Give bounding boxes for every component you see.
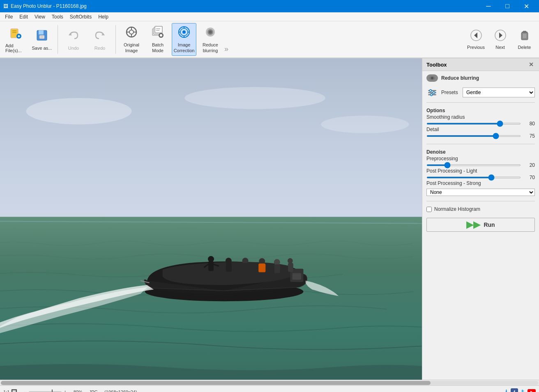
add-files-button[interactable]: Add File(s)... <box>3 23 28 56</box>
twitter-icon[interactable]: 𝕥 <box>521 389 524 392</box>
post-processing-strong-select[interactable]: None Low Medium High <box>426 189 535 196</box>
svg-rect-67 <box>288 263 293 272</box>
denoise-section: Denoise Preprocessing 20 Post Processing… <box>426 149 535 196</box>
normalize-histogram-row: Normalize Histogram <box>426 206 535 212</box>
menu-view[interactable]: View <box>31 13 48 21</box>
preprocessing-value: 20 <box>523 162 535 168</box>
previous-button[interactable]: Previous <box>465 23 487 56</box>
image-dimensions: (1968x1269x24) <box>104 390 137 392</box>
preprocessing-row: Preprocessing 20 <box>426 156 535 168</box>
svg-point-46 <box>26 98 132 124</box>
svg-rect-61 <box>243 263 249 272</box>
title-bar-left: 🖼 Easy Photo Unblur - P1160168.jpg <box>3 3 87 9</box>
title-bar-controls: ─ □ ✕ <box>479 0 536 12</box>
run-button[interactable]: ▶▶ Run <box>426 218 535 232</box>
zoom-in-button[interactable]: + <box>63 389 67 392</box>
smoothing-radius-row: Smoothing radius 80 <box>426 114 535 127</box>
reduce-blurring-button[interactable]: Reduce blurring <box>198 23 223 56</box>
app-icon: 🖼 <box>3 3 8 9</box>
file-format: JPG <box>89 390 98 392</box>
smoothing-radius-value: 80 <box>523 121 535 127</box>
save-as-label: Save as... <box>32 46 52 51</box>
toolbar: Add File(s)... Save as... Undo <box>0 21 539 58</box>
svg-rect-1 <box>12 30 16 31</box>
facebook-icon[interactable]: f <box>511 388 518 392</box>
image-area[interactable] <box>0 58 422 380</box>
menu-help[interactable]: Help <box>95 13 112 21</box>
undo-button[interactable]: Undo <box>61 23 86 56</box>
scroll-thumb[interactable] <box>1 381 431 385</box>
svg-rect-22 <box>156 30 159 31</box>
smoothing-radius-container: 80 <box>426 121 535 127</box>
post-processing-light-row: Post Processing - Light 70 <box>426 168 535 180</box>
original-image-button[interactable]: Original Image <box>119 23 144 56</box>
toolbox-close-button[interactable]: ✕ <box>527 61 535 68</box>
presets-select[interactable]: Gentle Strong Custom <box>463 88 535 97</box>
next-label: Next <box>495 45 505 50</box>
maximize-button[interactable]: □ <box>498 0 517 12</box>
save-as-button[interactable]: Save as... <box>30 23 54 56</box>
options-label: Options <box>426 108 535 113</box>
svg-rect-55 <box>208 261 214 271</box>
horizontal-scrollbar[interactable] <box>0 380 539 385</box>
svg-point-77 <box>431 94 433 96</box>
close-button[interactable]: ✕ <box>517 0 536 12</box>
svg-rect-21 <box>156 28 160 29</box>
normalize-histogram-checkbox[interactable] <box>426 207 432 212</box>
redo-button[interactable]: Redo <box>88 23 112 56</box>
zoom-fit-icon: 🔲 <box>11 389 17 392</box>
toolbox-header: Toolbox ✕ <box>422 58 539 71</box>
menu-edit[interactable]: Edit <box>16 13 31 21</box>
batch-mode-button[interactable]: Batch Mode <box>145 23 170 56</box>
delete-button[interactable]: Delete <box>513 23 536 56</box>
info-icon[interactable]: ℹ <box>505 389 507 392</box>
batch-mode-icon <box>151 25 164 41</box>
normalize-histogram-label[interactable]: Normalize Histogram <box>434 206 480 212</box>
nav-controls: Previous Next <box>465 23 536 56</box>
scroll-track[interactable] <box>1 381 538 385</box>
presets-icon <box>426 88 438 97</box>
svg-rect-20 <box>155 26 162 33</box>
svg-rect-59 <box>226 263 232 272</box>
delete-icon <box>518 29 531 43</box>
delete-label: Delete <box>518 45 531 50</box>
svg-rect-5 <box>18 35 19 37</box>
smoothing-radius-slider[interactable] <box>426 123 521 125</box>
title-bar: 🖼 Easy Photo Unblur - P1160168.jpg ─ □ ✕ <box>0 0 539 12</box>
save-as-icon <box>35 29 48 44</box>
post-processing-light-value: 70 <box>523 175 535 180</box>
undo-label: Undo <box>68 46 79 51</box>
preprocessing-label: Preprocessing <box>426 156 535 161</box>
image-correction-label: Image Correction <box>174 42 195 53</box>
preprocessing-slider[interactable] <box>426 164 521 166</box>
divider-1 <box>426 102 535 103</box>
svg-point-60 <box>242 258 249 264</box>
zoom-out-button[interactable]: − <box>24 389 27 392</box>
batch-mode-label: Batch Mode <box>147 42 168 53</box>
smoothing-radius-label: Smoothing radius <box>426 114 535 120</box>
original-image-label: Original Image <box>121 42 142 53</box>
image-correction-button[interactable]: Image Correction <box>172 23 196 56</box>
menu-file[interactable]: File <box>2 13 16 21</box>
svg-rect-7 <box>39 30 44 35</box>
undo-icon <box>67 29 80 44</box>
separator-1 <box>58 25 58 54</box>
zoom-control: − + <box>24 389 67 392</box>
main-area: Toolbox ✕ Reduce blurring <box>0 58 539 380</box>
social-icons: ℹ f 𝕥 ▶ <box>505 388 536 392</box>
svg-point-75 <box>430 90 432 92</box>
divider-3 <box>426 201 535 201</box>
svg-point-13 <box>129 30 134 34</box>
detail-slider[interactable] <box>426 135 521 137</box>
menu-tools[interactable]: Tools <box>48 13 67 21</box>
separator-2 <box>115 25 116 54</box>
next-button[interactable]: Next <box>489 23 511 56</box>
svg-point-64 <box>274 259 280 265</box>
menu-softorbits[interactable]: SoftOrbits <box>67 13 95 21</box>
svg-point-71 <box>431 77 433 79</box>
previous-label: Previous <box>467 45 485 50</box>
post-processing-light-slider[interactable] <box>426 177 521 178</box>
minimize-button[interactable]: ─ <box>479 0 498 12</box>
youtube-icon[interactable]: ▶ <box>527 389 536 392</box>
add-files-label: Add File(s)... <box>5 43 26 53</box>
